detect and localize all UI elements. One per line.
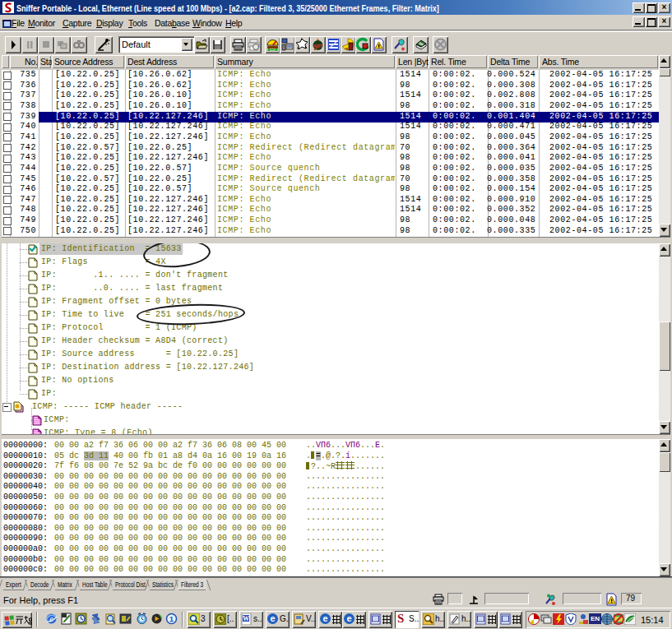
svg-text:W: W [243, 615, 249, 622]
svg-text:e: e [49, 614, 53, 623]
svg-text:ART: ART [313, 44, 323, 49]
svg-text:1: 1 [169, 615, 174, 623]
